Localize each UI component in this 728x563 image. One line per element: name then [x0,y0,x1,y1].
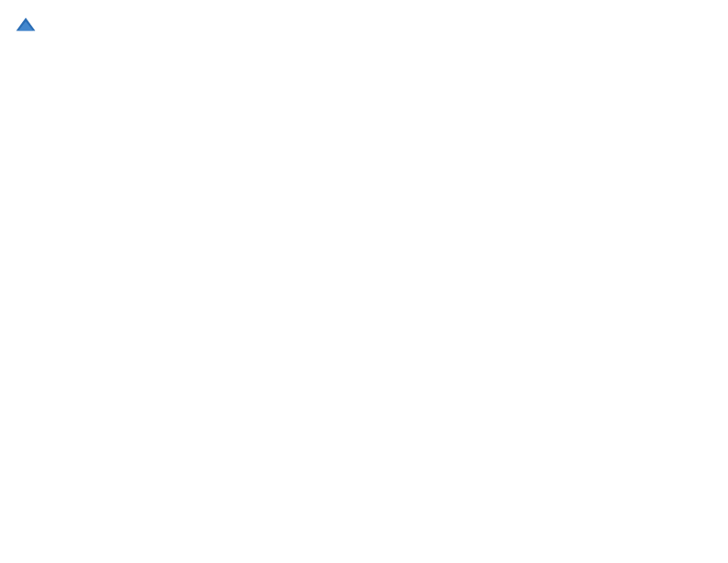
logo-icon [15,15,37,37]
header [15,15,713,37]
logo [15,15,40,37]
